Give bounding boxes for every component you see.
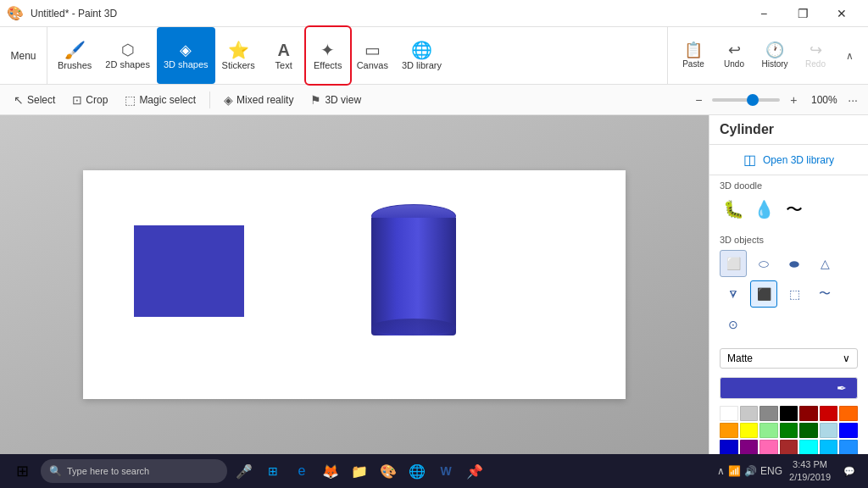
search-box[interactable]: 🔍 Type here to search [41,459,227,483]
taskbar-edge[interactable]: e [288,458,315,485]
tray-network[interactable]: 📶 [728,465,741,477]
minimize-button[interactable]: − [744,0,783,27]
color-swatch-8[interactable] [740,423,759,438]
color-swatch-17[interactable] [780,440,798,455]
taskbar: ⊞ 🔍 Type here to search 🎤 ⊞ e 🦊 📁 🎨 🌐 W … [0,454,868,488]
taskbar-clock[interactable]: 3:43 PM 2/19/2019 [789,458,831,485]
color-swatch-12[interactable] [820,423,838,438]
magic-select-tool[interactable]: ⬚ Magic select [118,90,203,110]
paste-button[interactable]: 📋 Paste [675,37,712,75]
3dview-tool[interactable]: ⚑ 3D view [303,90,368,110]
ribbon-collapse-button[interactable]: ∧ [837,50,861,62]
3d-cylinder-shape[interactable] [371,204,456,336]
object-cube[interactable]: ⬜ [720,250,747,277]
undo-button[interactable]: ↩ Undo [715,37,753,75]
tray-volume[interactable]: 🔊 [744,465,757,477]
color-swatch-14[interactable] [720,440,738,455]
zoom-in-button[interactable]: + [783,90,804,110]
color-swatch-10[interactable] [780,423,798,438]
color-swatch-20[interactable] [839,440,858,455]
start-button[interactable]: ⊞ [7,456,37,486]
tray-expand[interactable]: ∧ [717,465,725,477]
color-swatch-2[interactable] [760,406,778,421]
zoom-out-button[interactable]: − [688,90,709,110]
zoom-slider[interactable] [712,98,780,102]
ribbon-effects[interactable]: ✦ Effects [306,27,350,84]
color-swatch-6[interactable] [839,406,858,421]
ribbon-stickers[interactable]: ⭐ Stickers [215,27,262,84]
title-bar: 🎨 Untitled* - Paint 3D − ❐ ✕ [0,0,868,27]
ribbon-canvas[interactable]: ▭ Canvas [350,27,395,84]
title-bar-controls: − ❐ ✕ [744,0,861,27]
color-swatch-3[interactable] [780,406,798,421]
taskbar-files[interactable]: 📁 [346,458,373,485]
app-icon: 🎨 [7,5,24,21]
color-swatch-4[interactable] [799,406,818,421]
color-swatch-9[interactable] [760,423,778,438]
paste-label: Paste [682,59,704,69]
menu-button[interactable]: Menu [0,27,47,84]
notification-button[interactable]: 💬 [837,459,861,483]
doodle-icon-0[interactable]: 🐛 [720,196,747,223]
stickers-label: Stickers [222,60,255,70]
object-oval[interactable]: ⬬ [781,250,808,277]
ribbon-3dshapes[interactable]: ◈ 3D shapes [157,27,215,84]
color-swatch-5[interactable] [820,406,838,421]
redo-button[interactable]: ↪ Redo [797,37,834,75]
taskbar-firefox[interactable]: 🦊 [317,458,344,485]
object-cylinder[interactable]: ⬛ [750,280,777,308]
select-icon: ↖ [14,93,24,107]
ribbon-text[interactable]: A Text [262,27,306,84]
taskbar-word[interactable]: W [432,458,459,485]
restore-button[interactable]: ❐ [783,0,822,27]
drawing-canvas[interactable] [83,170,626,399]
brushes-label: Brushes [58,60,92,70]
color-swatch-7[interactable] [720,423,738,438]
color-swatch-1[interactable] [740,406,759,421]
ribbon-brushes[interactable]: 🖌️ Brushes [51,27,98,84]
tray-lang[interactable]: ENG [760,465,782,477]
2dshapes-icon: ⬡ [121,42,135,58]
object-tube[interactable]: ⬚ [781,280,808,308]
doodle-icon-1[interactable]: 💧 [750,196,777,223]
object-sphere[interactable]: ⬭ [750,250,777,277]
color-swatch-19[interactable] [820,440,838,455]
color-swatch-18[interactable] [799,440,818,455]
search-placeholder: Type here to search [67,466,149,476]
crop-icon: ⊡ [72,93,82,107]
taskbar-app[interactable]: 📌 [461,458,488,485]
history-button[interactable]: 🕐 History [756,37,793,75]
color-swatch-16[interactable] [760,440,778,455]
ribbon-2dshapes[interactable]: ⬡ 2D shapes [98,27,157,84]
color-swatch-0[interactable] [720,406,738,421]
select-tool[interactable]: ↖ Select [7,90,62,110]
taskbar-paint3d[interactable]: 🎨 [375,458,402,485]
color-swatch-15[interactable] [740,440,759,455]
color-swatch-11[interactable] [799,423,818,438]
zoom-more-button[interactable]: ··· [844,92,861,108]
taskbar-taskview[interactable]: ⊞ [259,458,287,485]
open-3d-library-button[interactable]: ◫ Open 3D library [709,145,868,175]
material-dropdown[interactable]: Matte ∨ [720,348,858,369]
crop-label: Crop [86,94,108,106]
mixed-reality-tool[interactable]: ◈ Mixed reality [217,90,300,110]
object-pyramid[interactable]: ⛛ [720,280,747,308]
canvas-area[interactable] [0,115,709,454]
taskbar-mic[interactable]: 🎤 [231,458,258,485]
object-torus[interactable]: ⊙ [720,311,747,338]
ribbon-3dlibrary[interactable]: 🌐 3D library [395,27,448,84]
color-display[interactable]: ✒ [720,377,858,399]
object-blob[interactable]: 〜 [811,280,838,308]
eyedropper-button[interactable]: ✒ [832,378,852,398]
doodle-icon-2[interactable]: 〜 [781,196,808,223]
crop-tool[interactable]: ⊡ Crop [65,90,114,110]
object-cone[interactable]: △ [811,250,838,277]
2d-rectangle-shape[interactable] [134,225,244,317]
taskbar-date-value: 2/19/2019 [789,471,831,484]
search-icon: 🔍 [49,465,62,477]
color-swatch-13[interactable] [839,423,858,438]
taskbar-chrome[interactable]: 🌐 [403,458,431,485]
redo-icon: ↪ [810,42,822,58]
close-button[interactable]: ✕ [822,0,861,27]
zoom-controls: − + 100% ··· [688,90,861,110]
